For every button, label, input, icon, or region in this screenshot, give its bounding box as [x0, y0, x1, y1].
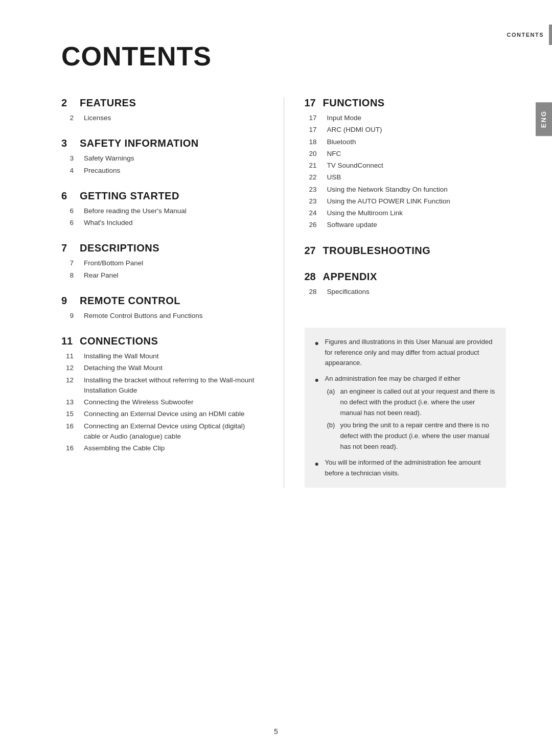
section-getting-started-items: 6 Before reading the User's Manual 6 Wha… — [61, 206, 263, 228]
top-header: CONTENTS — [507, 25, 553, 45]
list-item: 4 Precautions — [61, 166, 263, 176]
list-item: 12 Installing the bracket without referr… — [61, 375, 263, 396]
list-item: 15 Connecting an External Device using a… — [61, 409, 263, 419]
section-remote-control-number: 9 — [61, 295, 74, 307]
section-features-header: 2 FEATURES — [61, 97, 263, 109]
list-item: 22 USB — [305, 172, 507, 182]
page-wrapper: CONTENTS ENG CONTENTS 2 FEATURES 2 Licen… — [0, 0, 552, 756]
list-item: 26 Software update — [305, 220, 507, 230]
list-item: 24 Using the Multiroom Link — [305, 208, 507, 218]
left-column: 2 FEATURES 2 Licenses 3 SAFETY INFORMATI… — [61, 97, 284, 488]
list-item: 21 TV SoundConnect — [305, 161, 507, 171]
section-getting-started-number: 6 — [61, 190, 74, 202]
list-item: 23 Using the Network Standby On function — [305, 185, 507, 195]
section-appendix-items: 28 Specifications — [305, 287, 507, 297]
section-remote-control-header: 9 REMOTE CONTROL — [61, 295, 263, 307]
eng-tab: ENG — [536, 102, 552, 136]
list-item: 17 ARC (HDMI OUT) — [305, 125, 507, 135]
list-item: 2 Licenses — [61, 113, 263, 123]
bullet-icon-1: ● — [315, 337, 321, 349]
notice-text-3: You will be informed of the administrati… — [325, 457, 496, 479]
list-item: 8 Rear Panel — [61, 270, 263, 281]
notice-item-2: ● An administration fee may be charged i… — [315, 374, 496, 452]
list-item: 7 Front/Bottom Panel — [61, 258, 263, 268]
notice-item-3: ● You will be informed of the administra… — [315, 457, 496, 479]
section-descriptions-number: 7 — [61, 242, 74, 254]
section-connections-number: 11 — [61, 335, 74, 347]
list-item: 23 Using the AUTO POWER LINK Function — [305, 196, 507, 207]
notice-sub-label-b: (b) — [327, 420, 337, 452]
section-troubleshooting-number: 27 — [305, 245, 317, 257]
list-item: 13 Connecting the Wireless Subwoofer — [61, 397, 263, 407]
list-item: 6 What's Included — [61, 218, 263, 228]
header-vertical-bar — [549, 25, 552, 45]
notice-text-2: An administration fee may be charged if … — [325, 375, 461, 382]
list-item: 18 Bluetooth — [305, 137, 507, 147]
list-item: 20 NFC — [305, 149, 507, 159]
page-title: CONTENTS — [61, 41, 506, 72]
section-descriptions-title: DESCRIPTIONS — [80, 242, 159, 254]
section-functions-title: FUNCTIONS — [323, 97, 385, 109]
section-connections-items: 11 Installing the Wall Mount 12 Detachin… — [61, 351, 263, 453]
section-troubleshooting-title: TROUBLESHOOTING — [323, 245, 431, 257]
right-column: 17 FUNCTIONS 17 Input Mode 17 ARC (HDMI … — [284, 97, 507, 488]
section-safety-items: 3 Safety Warnings 4 Precautions — [61, 153, 263, 176]
section-descriptions-items: 7 Front/Bottom Panel 8 Rear Panel — [61, 258, 263, 281]
notice-sub-item-b: (b) you bring the unit to a repair centr… — [327, 420, 496, 452]
section-appendix-title: APPENDIX — [323, 271, 377, 283]
notice-sub-text-b: you bring the unit to a repair centre an… — [340, 420, 496, 452]
section-safety-title: SAFETY INFORMATION — [80, 138, 199, 149]
list-item: 9 Remote Control Buttons and Functions — [61, 311, 263, 321]
section-functions-items: 17 Input Mode 17 ARC (HDMI OUT) 18 Bluet… — [305, 113, 507, 231]
bullet-icon-2: ● — [315, 374, 321, 385]
notice-sub-text-a: an engineer is called out at your reques… — [340, 386, 496, 418]
page-number: 5 — [274, 727, 278, 736]
list-item: 3 Safety Warnings — [61, 153, 263, 164]
list-item: 28 Specifications — [305, 287, 507, 297]
list-item: 16 Assembling the Cable Clip — [61, 443, 263, 453]
notice-content-2: An administration fee may be charged if … — [325, 374, 496, 452]
main-content: CONTENTS 2 FEATURES 2 Licenses 3 — [0, 0, 552, 518]
section-getting-started-header: 6 GETTING STARTED — [61, 190, 263, 202]
section-features-items: 2 Licenses — [61, 113, 263, 123]
section-remote-control-items: 9 Remote Control Buttons and Functions — [61, 311, 263, 321]
list-item: 6 Before reading the User's Manual — [61, 206, 263, 216]
list-item: 11 Installing the Wall Mount — [61, 351, 263, 361]
section-functions-header: 17 FUNCTIONS — [305, 97, 507, 109]
notice-box: ● Figures and illustrations in this User… — [305, 328, 507, 488]
columns-layout: 2 FEATURES 2 Licenses 3 SAFETY INFORMATI… — [61, 97, 506, 488]
section-descriptions-header: 7 DESCRIPTIONS — [61, 242, 263, 254]
section-appendix-number: 28 — [305, 271, 317, 283]
header-contents-label: CONTENTS — [507, 32, 544, 38]
section-troubleshooting-header: 27 TROUBLESHOOTING — [305, 245, 507, 257]
notice-sub-label-a: (a) — [327, 386, 337, 418]
section-remote-control-title: REMOTE CONTROL — [80, 295, 180, 307]
notice-item-1: ● Figures and illustrations in this User… — [315, 337, 496, 369]
list-item: 12 Detaching the Wall Mount — [61, 363, 263, 373]
section-appendix-header: 28 APPENDIX — [305, 271, 507, 283]
section-features-title: FEATURES — [80, 97, 136, 109]
section-functions-number: 17 — [305, 97, 317, 109]
section-connections-title: CONNECTIONS — [80, 335, 158, 347]
notice-sub-item-a: (a) an engineer is called out at your re… — [327, 386, 496, 418]
section-safety-header: 3 SAFETY INFORMATION — [61, 138, 263, 149]
notice-text-1: Figures and illustrations in this User M… — [325, 337, 496, 369]
section-connections-header: 11 CONNECTIONS — [61, 335, 263, 347]
list-item: 17 Input Mode — [305, 113, 507, 123]
list-item: 16 Connecting an External Device using O… — [61, 421, 263, 442]
section-getting-started-title: GETTING STARTED — [80, 190, 179, 202]
section-safety-number: 3 — [61, 138, 74, 149]
bullet-icon-3: ● — [315, 458, 321, 469]
section-features-number: 2 — [61, 97, 74, 109]
